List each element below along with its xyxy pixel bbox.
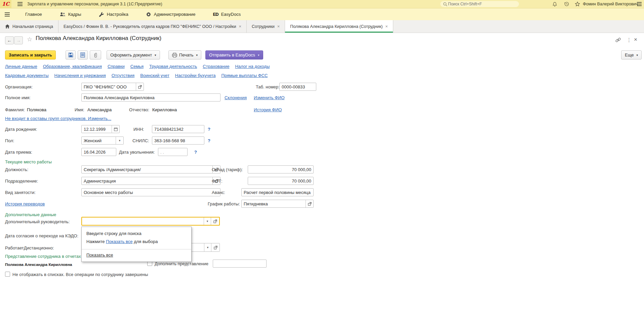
popup-show-all-inline-link[interactable]: Показать все (106, 239, 132, 244)
save-button[interactable] (66, 50, 76, 60)
employee-groups-link[interactable]: Не входит в составы групп сотрудников. И… (5, 116, 111, 121)
link-income-tax[interactable]: Налог на доходы (235, 64, 270, 69)
gender-field[interactable]: Женский (81, 136, 124, 145)
supplement-representation-field[interactable] (213, 260, 267, 268)
name-value: Александра (87, 107, 112, 112)
position-field[interactable]: Секретарь /Администрация/ (81, 165, 220, 173)
more-button[interactable]: Еще (621, 50, 642, 60)
popup-hint-line2: Нажмите Показать все для выбора (86, 239, 158, 244)
tab-employees[interactable]: Сотрудники (247, 20, 285, 33)
menu-bar: Главное Кадры Настройка Администрировани… (0, 8, 644, 20)
inn-field[interactable]: 714388421342 (152, 125, 204, 133)
close-tab-icon[interactable] (385, 24, 388, 29)
close-tab-icon[interactable] (277, 24, 280, 29)
additional-manager-dropdown-icon[interactable] (204, 218, 211, 225)
create-document-button[interactable]: Оформить документ (107, 50, 160, 60)
fire-date-field[interactable]: . . (158, 148, 188, 156)
close-window-icon[interactable] (634, 36, 637, 43)
link-hr-documents[interactable]: Кадровые документы (5, 73, 49, 78)
hire-date-field[interactable]: 16.04.2026 (81, 148, 116, 156)
full-name-field[interactable]: Полякова Александра Кирилловна (81, 93, 220, 102)
show-list-button[interactable] (78, 50, 88, 60)
menu-item-main[interactable]: Главное (16, 8, 51, 20)
link-certificates[interactable]: Справки (108, 64, 125, 69)
link-personal-data[interactable]: Личные данные (5, 64, 37, 69)
salary-field[interactable]: 70 000,00 (248, 165, 314, 173)
fio-history-link[interactable]: История ФИО (254, 107, 282, 112)
favorite-star-icon[interactable] (27, 36, 32, 43)
open-org-icon[interactable] (136, 83, 144, 90)
menu-item-personnel[interactable]: Кадры (51, 8, 90, 20)
section-current-workplace: Текущее место работы (5, 159, 52, 164)
section-additional-data: Дополнительные данные (5, 212, 56, 217)
declension-link[interactable]: Склонения (225, 95, 247, 100)
link-accruals[interactable]: Начисления и удержания (54, 73, 106, 78)
notifications-bell-icon[interactable] (551, 1, 558, 7)
more-window-actions-icon[interactable] (627, 37, 632, 43)
global-search[interactable] (440, 1, 519, 7)
attachments-button[interactable] (90, 50, 101, 60)
representation-value: Полякова Александра Кирилловна (5, 263, 72, 267)
menu-item-easydocs[interactable]: ED EasyDocs (204, 8, 250, 20)
tab-home[interactable]: Начальная страница (0, 20, 58, 33)
inn-help-icon[interactable]: ? (208, 127, 210, 132)
menu-item-administration[interactable]: Администрирование (137, 8, 204, 20)
favorites-star-icon[interactable] (574, 1, 581, 7)
1c-logo: 1С (0, 0, 11, 8)
get-link-icon[interactable] (615, 37, 621, 43)
menu-item-settings[interactable]: Настройка (90, 8, 137, 20)
hide-in-lists-checkbox[interactable] (5, 272, 10, 277)
printer-icon (172, 53, 177, 57)
user-menu-icon[interactable] (636, 1, 643, 7)
employment-type-field[interactable]: Основное место работы (81, 188, 220, 196)
search-input[interactable] (447, 1, 506, 7)
forward-button[interactable]: → (14, 36, 23, 44)
link-absences[interactable]: Отсутствия (112, 73, 134, 78)
print-button[interactable]: Печать (168, 50, 201, 60)
advance-field[interactable]: Расчет первой половины месяца (241, 188, 314, 196)
gender-dropdown-icon[interactable] (116, 137, 123, 144)
history-icon[interactable] (563, 1, 570, 7)
open-schedule-icon[interactable] (306, 200, 313, 207)
schedule-label: График работы: (208, 201, 240, 206)
link-military[interactable]: Воинский учет (140, 73, 169, 78)
open-remote-work-icon[interactable] (211, 243, 219, 251)
title-bar: 1С Зарплата и управление персоналом, ред… (0, 0, 644, 8)
people-icon (59, 12, 66, 17)
change-fio-link[interactable]: Изменить ФИО (254, 95, 285, 100)
main-menu-icon[interactable] (17, 2, 23, 3)
send-to-easydocs-button[interactable]: Отправить в EasyDocs (205, 50, 263, 60)
org-field[interactable]: ПКО "ФЕНИКС" ООО (81, 83, 144, 91)
tab-number-field[interactable]: 0000-00833 (279, 83, 316, 91)
birth-date-field[interactable]: 12.12.1999 (81, 125, 120, 133)
snils-help-icon[interactable]: ? (208, 138, 210, 143)
calendar-icon[interactable] (112, 125, 119, 133)
supplement-representation-label: Дополнить представление (155, 261, 208, 266)
fot-field[interactable]: 70 000,00 (248, 177, 314, 185)
department-field[interactable]: Администрация (81, 177, 220, 185)
section-representation: Представление сотрудника в отчетах (5, 254, 81, 259)
hide-in-lists-label: Не отображать в списках. Все операции по… (12, 272, 148, 277)
save-and-close-button[interactable]: Записать и закрыть (5, 50, 56, 60)
additional-manager-combo[interactable] (81, 217, 220, 226)
close-tab-icon[interactable] (239, 24, 241, 29)
fire-date-help-icon[interactable]: ? (194, 150, 197, 155)
link-accounting-settings[interactable]: Настройки бухучета (175, 73, 216, 78)
popup-show-all-link[interactable]: Показать все (86, 252, 113, 258)
open-additional-manager-icon[interactable] (211, 218, 219, 225)
tab-easydocs-settings[interactable]: EasyDocs / Фомин В. В. - Руководитель от… (58, 20, 247, 33)
link-education[interactable]: Образование, квалификация (43, 64, 102, 69)
schedule-field[interactable]: Пятидневка (241, 200, 314, 208)
back-button[interactable]: ← (5, 36, 14, 44)
transfers-history-link[interactable]: История переводов (5, 201, 45, 206)
link-fss-payments[interactable]: Прямые выплаты ФСС (221, 73, 268, 78)
snils-field[interactable]: 363-168-568 98 (152, 136, 204, 145)
current-user-name[interactable]: Фомин Валерий Викторович (583, 2, 638, 6)
link-family[interactable]: Семья (130, 64, 144, 69)
remote-work-dropdown-icon[interactable] (204, 243, 211, 251)
sections-menu-icon[interactable] (5, 12, 10, 13)
link-insurance[interactable]: Страхование (203, 64, 229, 69)
page-title: Полякова Александра Кирилловна (Сотрудни… (36, 35, 161, 42)
link-work-activity[interactable]: Трудовая деятельность (149, 64, 197, 69)
tab-employee-polyakova[interactable]: Полякова Александра Кирилловна (Сотрудни… (285, 20, 393, 33)
